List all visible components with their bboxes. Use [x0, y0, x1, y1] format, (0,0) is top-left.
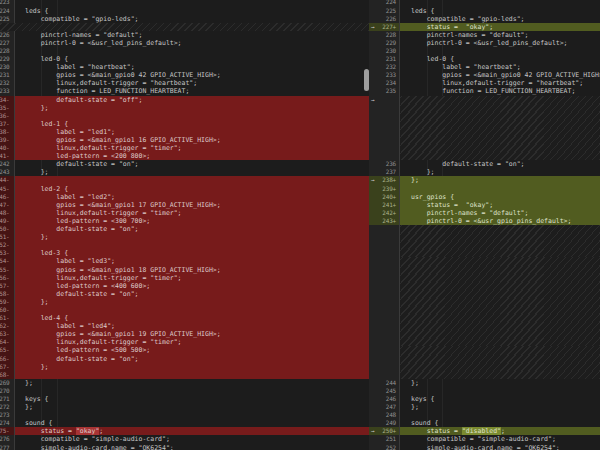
diff-line: 251- }; — [0, 233, 369, 241]
code-text: simple-audio-card,name = "OK6254"; — [15, 444, 369, 450]
line-number: 274 — [0, 419, 10, 427]
filler-line — [369, 298, 600, 306]
diff-line: 261- led-4 { — [0, 314, 369, 322]
line-gutter: →250+ — [369, 427, 400, 435]
line-number: 267- — [0, 363, 10, 371]
code-text: linux,default-trigger = "timer"; — [15, 144, 369, 152]
code-text — [400, 338, 600, 346]
line-gutter — [369, 363, 400, 371]
line-number: 237 — [386, 168, 396, 176]
line-gutter: 244 — [369, 379, 400, 387]
diff-line: 248 — [369, 411, 600, 419]
code-text: compatible = "gpio-leds"; — [15, 15, 369, 23]
diff-line: 244- — [0, 176, 369, 184]
line-number: 238- — [0, 128, 10, 136]
diff-line: 245- led-2 { — [0, 185, 369, 193]
filler-line — [369, 274, 600, 282]
filler-line — [369, 314, 600, 322]
line-gutter — [369, 306, 400, 314]
diff-line: 277 simple-audio-card,name = "OK6254"; — [0, 444, 369, 450]
diff-line: 260- — [0, 306, 369, 314]
line-gutter — [369, 346, 400, 354]
filler-line — [369, 346, 600, 354]
line-gutter: 245- — [0, 185, 15, 193]
line-gutter — [0, 23, 15, 31]
diff-line: 272}; — [0, 403, 369, 411]
line-number: 252 — [386, 444, 396, 450]
line-gutter: 239- — [0, 136, 15, 144]
diff-line: 246- label = "led2"; — [0, 193, 369, 201]
code-text — [400, 225, 600, 233]
diff-line: →227+ status = "okay"; — [369, 23, 600, 31]
line-gutter — [369, 144, 400, 152]
line-number: 249 — [386, 419, 396, 427]
code-text — [400, 241, 600, 249]
line-gutter: 225 — [0, 15, 15, 23]
line-gutter: 232 — [369, 63, 400, 71]
line-gutter: 257- — [0, 282, 15, 290]
line-gutter: 241+ — [369, 201, 400, 209]
line-gutter: 237- — [0, 120, 15, 128]
scrollbar-thumb[interactable] — [364, 69, 369, 91]
line-number: 249- — [0, 217, 10, 225]
line-gutter: 242 — [0, 160, 15, 168]
code-text: led-4 { — [15, 314, 369, 322]
line-number: 239- — [0, 136, 10, 144]
line-gutter — [369, 241, 400, 249]
line-gutter: 251 — [369, 435, 400, 443]
code-text — [400, 346, 600, 354]
filler-line — [369, 144, 600, 152]
line-number: 234- — [0, 96, 10, 104]
change-arrow-icon[interactable]: → — [371, 176, 375, 184]
line-gutter: 251- — [0, 233, 15, 241]
code-text: status = "okay"; — [400, 201, 600, 209]
diff-line: 276 compatible = "simple-audio-card"; — [0, 435, 369, 443]
code-text: pinctrl-0 = <&usr_led_pins_default>; — [15, 39, 369, 47]
line-number: 245- — [0, 185, 10, 193]
change-arrow-icon[interactable]: → — [371, 96, 375, 104]
right-pane[interactable]: 224225leds {226 compatible = "gpio-leds"… — [369, 0, 600, 450]
code-text: led-0 { — [400, 55, 600, 63]
line-number: 226 — [386, 15, 396, 23]
line-number: 240- — [0, 144, 10, 152]
code-text — [15, 23, 369, 31]
line-number: 264- — [0, 338, 10, 346]
code-text: led-2 { — [15, 185, 369, 193]
line-gutter: 246 — [369, 395, 400, 403]
line-gutter — [369, 104, 400, 112]
diff-line: →250+ status = "disabled"; — [369, 427, 600, 435]
code-text: led-0 { — [15, 55, 369, 63]
change-arrow-icon[interactable]: → — [371, 427, 375, 435]
line-number: 255- — [0, 266, 10, 274]
line-gutter: 229 — [369, 39, 400, 47]
code-text: gpios = <&main_gpio1 16 GPIO_ACTIVE_HIGH… — [15, 136, 369, 144]
code-text — [15, 176, 369, 184]
diff-line: 229 led-0 { — [0, 55, 369, 63]
change-arrow-icon[interactable]: → — [371, 23, 375, 31]
line-gutter: 245 — [369, 387, 400, 395]
code-text: linux,default-trigger = "heartbeat"; — [15, 79, 369, 87]
diff-line: 243 }; — [0, 168, 369, 176]
code-text: keys { — [15, 395, 369, 403]
line-number: 240+ — [382, 193, 396, 201]
diff-line: 242 default-state = "on"; — [0, 160, 369, 168]
line-gutter: 272 — [0, 403, 15, 411]
code-text — [400, 298, 600, 306]
line-number: 231 — [386, 55, 396, 63]
code-text: pinctrl-names = "default"; — [400, 31, 600, 39]
line-number: 244- — [0, 176, 10, 184]
left-pane[interactable]: 223224leds {225 compatible = "gpio-leds"… — [0, 0, 369, 450]
diff-line: 236- — [0, 112, 369, 120]
code-text — [15, 387, 369, 395]
diff-line: 231 gpios = <&main_gpio0 42 GPIO_ACTIVE_… — [0, 71, 369, 79]
filler-line — [369, 257, 600, 265]
code-text: default-state = "on"; — [15, 355, 369, 363]
line-gutter: 253- — [0, 249, 15, 257]
line-number: 228 — [0, 47, 10, 55]
code-text — [400, 128, 600, 136]
line-number: 237- — [0, 120, 10, 128]
line-gutter: 269 — [0, 379, 15, 387]
line-gutter: 236 — [369, 160, 400, 168]
code-text — [400, 104, 600, 112]
line-gutter: 263- — [0, 330, 15, 338]
